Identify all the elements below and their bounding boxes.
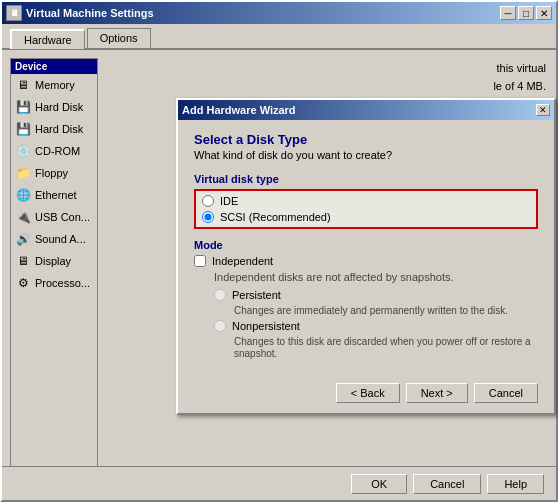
tab-options-label: Options [100, 32, 138, 44]
persistent-desc-block: Changes are immediately and permanently … [234, 304, 538, 316]
right-panel: this virtual le of 4 MB. 872 ▼ MB 32 MB … [106, 58, 548, 480]
harddisk1-icon: 💾 [15, 99, 31, 115]
sidebar-item-sound[interactable]: 🔊 Sound A... [11, 228, 97, 250]
tab-hardware[interactable]: Hardware [10, 29, 85, 49]
persistent-label: Persistent [232, 289, 281, 301]
add-hardware-wizard-dialog: Add Hardware Wizard ✕ Select a Disk Type… [176, 98, 556, 415]
sidebar-item-harddisk1-label: Hard Disk [35, 101, 83, 113]
sidebar-item-usb[interactable]: 🔌 USB Con... [11, 206, 97, 228]
sidebar-item-floppy[interactable]: 📁 Floppy [11, 162, 97, 184]
outer-window: 🖥 Virtual Machine Settings ─ □ ✕ Hardwar… [0, 0, 558, 502]
sidebar-item-sound-label: Sound A... [35, 233, 86, 245]
harddisk2-icon: 💾 [15, 121, 31, 137]
independent-desc-block: Independent disks are not affected by sn… [214, 271, 538, 359]
tab-bar: Hardware Options [2, 24, 556, 50]
radio-row-ide: IDE [202, 195, 530, 207]
persistent-radio[interactable] [214, 289, 226, 301]
window-icon: 🖥 [6, 5, 22, 21]
sidebar-item-harddisk1[interactable]: 💾 Hard Disk [11, 96, 97, 118]
floppy-icon: 📁 [15, 165, 31, 181]
display-icon: 🖥 [15, 253, 31, 269]
maximize-button[interactable]: □ [518, 6, 534, 20]
sidebar-item-cdrom[interactable]: 💿 CD-ROM [11, 140, 97, 162]
bottom-bar: OK Cancel Help [2, 466, 556, 500]
independent-desc: Independent disks are not affected by sn… [214, 271, 538, 283]
next-button[interactable]: Next > [406, 383, 468, 403]
sidebar-item-display-label: Display [35, 255, 71, 267]
info-line1: this virtual [108, 60, 546, 78]
sidebar-header: Device [11, 59, 97, 74]
dialog-title: Add Hardware Wizard [182, 104, 296, 116]
sidebar-item-display[interactable]: 🖥 Display [11, 250, 97, 272]
independent-checkbox[interactable] [194, 255, 206, 267]
independent-label: Independent [212, 255, 273, 267]
nonpersistent-desc: Changes to this disk are discarded when … [234, 336, 531, 359]
cancel-dialog-button[interactable]: Cancel [474, 383, 538, 403]
sidebar-item-harddisk2[interactable]: 💾 Hard Disk [11, 118, 97, 140]
scsi-radio[interactable] [202, 211, 214, 223]
sidebar-item-harddisk2-label: Hard Disk [35, 123, 83, 135]
mode-label: Mode [194, 239, 538, 251]
persistent-row: Persistent [214, 289, 538, 301]
sidebar-item-memory-label: Memory [35, 79, 75, 91]
independent-row: Independent [194, 255, 538, 267]
title-bar: 🖥 Virtual Machine Settings ─ □ ✕ [2, 2, 556, 24]
dialog-heading: Select a Disk Type [194, 132, 538, 147]
help-button[interactable]: Help [487, 474, 544, 494]
nonpersistent-row: Nonpersistent [214, 320, 538, 332]
dialog-subheading: What kind of disk do you want to create? [194, 149, 538, 161]
cdrom-icon: 💿 [15, 143, 31, 159]
window-title: Virtual Machine Settings [26, 7, 154, 19]
nonpersistent-radio[interactable] [214, 320, 226, 332]
processor-icon: ⚙ [15, 275, 31, 291]
close-button[interactable]: ✕ [536, 6, 552, 20]
ide-radio[interactable] [202, 195, 214, 207]
sound-icon: 🔊 [15, 231, 31, 247]
minimize-button[interactable]: ─ [500, 6, 516, 20]
info-line2: le of 4 MB. [108, 78, 546, 96]
sidebar-item-cdrom-label: CD-ROM [35, 145, 80, 157]
usb-icon: 🔌 [15, 209, 31, 225]
nonpersistent-label: Nonpersistent [232, 320, 300, 332]
title-bar-title: 🖥 Virtual Machine Settings [6, 5, 154, 21]
memory-icon: 🖥 [15, 77, 31, 93]
dialog-title-bar: Add Hardware Wizard ✕ [178, 100, 554, 120]
device-sidebar: Device 🖥 Memory 💾 Hard Disk 💾 Hard Disk … [10, 58, 98, 480]
main-content: Device 🖥 Memory 💾 Hard Disk 💾 Hard Disk … [2, 50, 556, 488]
sidebar-item-ethernet-label: Ethernet [35, 189, 77, 201]
nonpersistent-desc-block: Changes to this disk are discarded when … [234, 335, 538, 359]
dialog-close-button[interactable]: ✕ [536, 104, 550, 116]
sidebar-item-memory[interactable]: 🖥 Memory [11, 74, 97, 96]
disk-type-label: Virtual disk type [194, 173, 538, 185]
ide-label: IDE [220, 195, 238, 207]
tab-options[interactable]: Options [87, 28, 151, 48]
sidebar-item-ethernet[interactable]: 🌐 Ethernet [11, 184, 97, 206]
disk-type-group: IDE SCSI (Recommended) [194, 189, 538, 229]
back-button[interactable]: < Back [336, 383, 400, 403]
sidebar-item-processor[interactable]: ⚙ Processo... [11, 272, 97, 294]
radio-row-scsi: SCSI (Recommended) [202, 211, 530, 223]
persistent-desc: Changes are immediately and permanently … [234, 305, 508, 316]
ethernet-icon: 🌐 [15, 187, 31, 203]
sidebar-item-floppy-label: Floppy [35, 167, 68, 179]
title-bar-buttons: ─ □ ✕ [500, 6, 552, 20]
cancel-bottom-button[interactable]: Cancel [413, 474, 481, 494]
sidebar-item-usb-label: USB Con... [35, 211, 90, 223]
sidebar-item-processor-label: Processo... [35, 277, 90, 289]
dialog-body: Select a Disk Type What kind of disk do … [178, 120, 554, 375]
dialog-footer: < Back Next > Cancel [178, 375, 554, 413]
mode-group: Independent Independent disks are not af… [194, 255, 538, 359]
scsi-label: SCSI (Recommended) [220, 211, 331, 223]
tab-hardware-label: Hardware [24, 34, 72, 46]
ok-button[interactable]: OK [351, 474, 407, 494]
